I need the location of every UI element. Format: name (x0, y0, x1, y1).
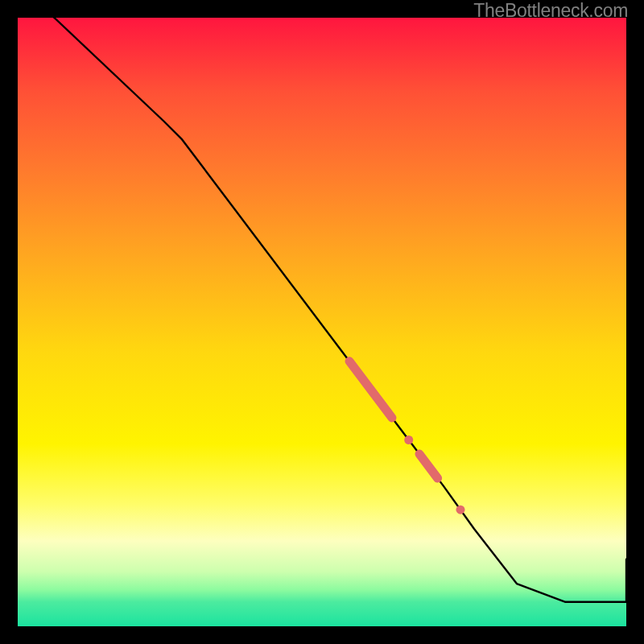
watermark-text: TheBottleneck.com (473, 0, 628, 22)
svg-point-3 (456, 506, 464, 514)
chart-svg (18, 18, 626, 626)
chart-frame: TheBottleneck.com (0, 0, 644, 644)
svg-point-1 (404, 436, 413, 444)
curve-line (18, 18, 626, 602)
svg-line-0 (349, 361, 392, 418)
svg-line-2 (419, 454, 438, 478)
